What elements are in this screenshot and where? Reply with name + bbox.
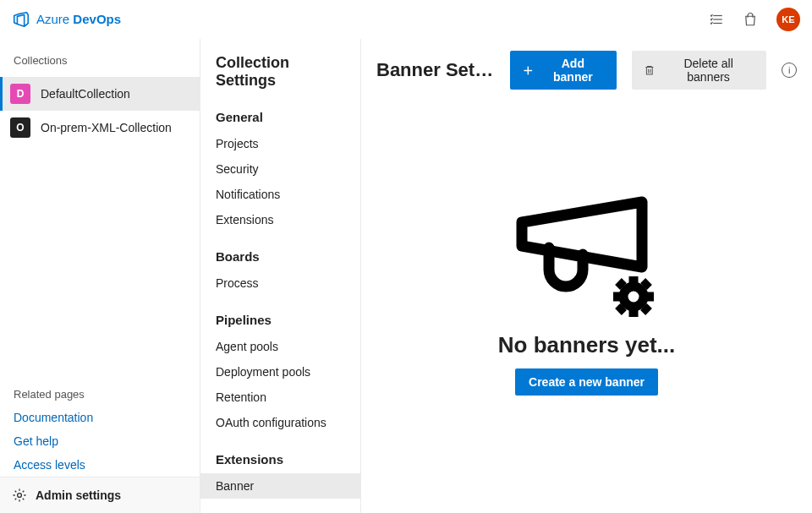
delete-all-banners-label: Delete all banners [662, 57, 755, 84]
collections-heading: Collections [0, 39, 200, 77]
page-title: Banner Sett… [376, 59, 495, 81]
collection-badge: O [10, 117, 30, 138]
nav-item-extensions[interactable]: Extensions [200, 207, 360, 232]
add-banner-label: Add banner [541, 57, 606, 84]
nav-item-notifications[interactable]: Notifications [200, 182, 360, 207]
nav-group-boards: Boards [200, 246, 360, 270]
nav-item-deployment-pools[interactable]: Deployment pools [200, 359, 360, 385]
link-documentation[interactable]: Documentation [0, 406, 200, 429]
azure-devops-icon [12, 10, 30, 29]
collection-item-default[interactable]: D DefaultCollection [0, 77, 200, 111]
collection-label: On-prem-XML-Collection [41, 121, 172, 134]
empty-state-title: No banners yet... [498, 332, 676, 358]
svg-point-6 [623, 287, 644, 307]
collection-badge: D [10, 84, 30, 104]
nav-item-agent-pools[interactable]: Agent pools [200, 334, 360, 359]
admin-settings-label: Admin settings [36, 488, 121, 502]
azure-devops-logo[interactable]: Azure DevOps [12, 10, 121, 29]
nav-group-general: General [200, 106, 360, 131]
info-icon[interactable]: i [782, 63, 797, 78]
admin-settings-button[interactable]: Admin settings [0, 477, 200, 513]
add-banner-button[interactable]: Add banner [510, 51, 617, 90]
svg-point-3 [18, 494, 22, 498]
list-icon[interactable] [709, 12, 724, 27]
nav-item-retention[interactable]: Retention [200, 385, 360, 410]
trash-icon [644, 64, 656, 76]
settings-title: Collection Settings [200, 39, 360, 106]
nav-item-process[interactable]: Process [200, 270, 360, 296]
nav-group-pipelines: Pipelines [200, 309, 360, 334]
create-banner-button[interactable]: Create a new banner [515, 368, 658, 396]
nav-item-security[interactable]: Security [200, 156, 360, 182]
link-get-help[interactable]: Get help [0, 429, 200, 453]
delete-all-banners-button[interactable]: Delete all banners [632, 51, 766, 90]
shopping-bag-icon[interactable] [743, 12, 758, 27]
collection-label: DefaultCollection [41, 87, 130, 101]
collection-item-onprem[interactable]: O On-prem-XML-Collection [0, 111, 200, 145]
megaphone-gear-icon [507, 195, 667, 322]
nav-item-banner[interactable]: Banner [200, 473, 360, 499]
plus-icon [522, 64, 535, 77]
brand-text: Azure DevOps [36, 12, 121, 26]
user-avatar[interactable]: KE [776, 8, 800, 31]
related-pages-heading: Related pages [0, 383, 200, 406]
nav-item-oauth[interactable]: OAuth configurations [200, 410, 360, 435]
nav-group-extensions: Extensions [200, 449, 360, 473]
gear-icon [12, 488, 27, 503]
link-access-levels[interactable]: Access levels [0, 453, 200, 477]
nav-item-projects[interactable]: Projects [200, 131, 360, 156]
